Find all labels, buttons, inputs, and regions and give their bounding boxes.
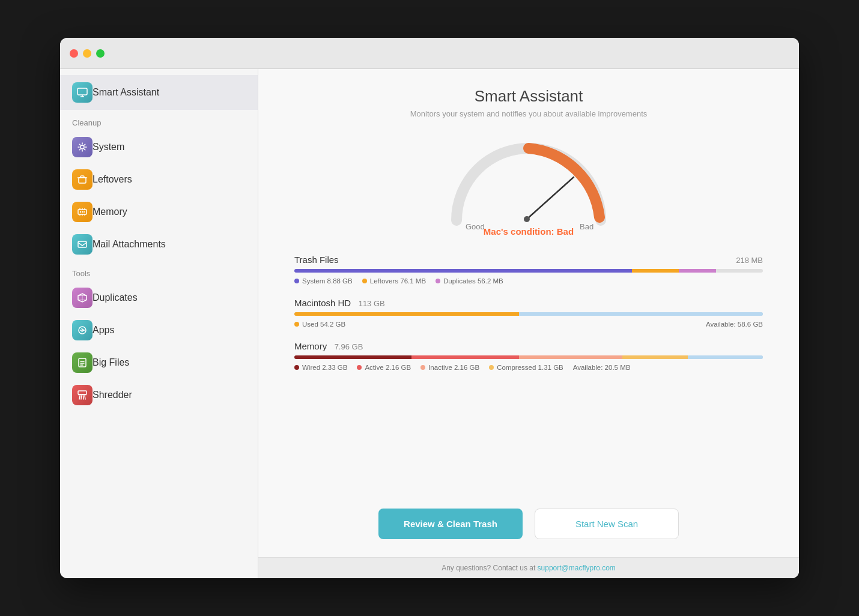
memory-bar [294, 355, 763, 359]
sidebar-item-shredder[interactable]: Shredder [60, 379, 258, 411]
condition-value: Bad [557, 226, 574, 237]
memory-header: Memory 7.96 GB [294, 341, 763, 352]
memory-compressed-segment [622, 355, 688, 359]
app-window: Smart Assistant Cleanup System [60, 38, 799, 578]
legend-wired-dot [294, 365, 299, 370]
svg-rect-28 [78, 391, 87, 394]
legend-system: System 8.88 GB [294, 277, 353, 285]
legend-leftovers: Leftovers 76.1 MB [362, 277, 426, 285]
svg-line-29 [79, 396, 80, 399]
sidebar-item-mail-attachments[interactable]: Mail Attachments [60, 228, 258, 261]
svg-rect-16 [78, 241, 87, 247]
traffic-lights [70, 49, 105, 58]
legend-duplicates-dot [436, 279, 440, 283]
macintosh-hd-subtitle: 113 GB [359, 299, 385, 308]
duplicates-label: Duplicates [93, 292, 138, 303]
memory-wired-segment [294, 355, 411, 359]
sidebar-item-leftovers[interactable]: Leftovers [60, 163, 258, 196]
main-area: Smart Assistant Monitors your system and… [258, 69, 799, 578]
macintosh-hd-title: Macintosh HD [294, 298, 351, 308]
legend-available-memory-label: Available: 20.5 MB [573, 364, 631, 371]
legend-inactive: Inactive 2.16 GB [420, 364, 479, 371]
trash-files-title-group: Trash Files [294, 255, 339, 265]
apps-label: Apps [93, 325, 114, 336]
svg-rect-0 [77, 88, 87, 95]
legend-system-dot [294, 279, 299, 283]
macintosh-hd-title-group: Macintosh HD 113 GB [294, 298, 385, 309]
shredder-label: Shredder [93, 390, 132, 400]
memory-available-segment [688, 355, 763, 359]
big-files-icon [72, 352, 93, 373]
footer-text: Any questions? Contact us at [442, 564, 537, 572]
smart-assistant-label: Smart Assistant [93, 87, 159, 98]
start-new-scan-button[interactable]: Start New Scan [535, 509, 679, 539]
titlebar [60, 38, 799, 69]
leftovers-icon [72, 169, 93, 190]
trash-files-value: 218 MB [736, 256, 763, 265]
sidebar: Smart Assistant Cleanup System [60, 69, 258, 578]
svg-text:Good: Good [466, 222, 485, 231]
sidebar-item-smart-assistant[interactable]: Smart Assistant [60, 75, 258, 110]
legend-used-dot [294, 322, 299, 327]
mail-attachments-label: Mail Attachments [93, 239, 166, 250]
macintosh-hd-bar [294, 312, 763, 316]
close-button[interactable] [70, 49, 78, 58]
memory-icon [72, 202, 93, 222]
svg-rect-9 [83, 211, 85, 213]
svg-line-31 [83, 396, 84, 399]
system-icon [72, 137, 93, 157]
sidebar-item-big-files[interactable]: Big Files [60, 346, 258, 379]
sidebar-item-memory[interactable]: Memory [60, 196, 258, 228]
macintosh-hd-legend: Used 54.2 GB Available: 58.6 GB [294, 321, 763, 328]
hd-available-segment [519, 312, 763, 316]
legend-leftovers-label: Leftovers 76.1 MB [370, 277, 426, 285]
legend-available-hd-label: Available: 58.6 GB [706, 321, 763, 328]
maximize-button[interactable] [96, 49, 105, 58]
legend-active-label: Active 2.16 GB [365, 364, 411, 371]
svg-line-30 [81, 396, 82, 399]
trash-files-bar [294, 269, 763, 273]
memory-active-segment [411, 355, 519, 359]
legend-inactive-label: Inactive 2.16 GB [428, 364, 479, 371]
trash-files-section: Trash Files 218 MB System 8.88 GB [294, 255, 763, 285]
legend-available-hd: Available: 58.6 GB [706, 321, 763, 328]
gauge-container: Good Bad Mac's condition: Bad [294, 136, 763, 237]
duplicates-icon [72, 288, 93, 308]
svg-text:Bad: Bad [580, 222, 593, 231]
buttons-area: Review & Clean Trash Start New Scan [258, 497, 799, 557]
memory-section: Memory 7.96 GB Wired 2 [294, 341, 763, 371]
page-title: Smart Assistant [294, 87, 763, 106]
content-area: Smart Assistant Monitors your system and… [258, 69, 799, 497]
review-clean-trash-button[interactable]: Review & Clean Trash [378, 509, 523, 539]
shredder-icon [72, 385, 93, 405]
footer: Any questions? Contact us at support@mac… [258, 557, 799, 578]
memory-legend: Wired 2.33 GB Active 2.16 GB Inactive 2.… [294, 364, 763, 371]
trash-leftovers-segment [632, 269, 679, 273]
macintosh-hd-section: Macintosh HD 113 GB Used 54.2 GB [294, 298, 763, 328]
legend-wired: Wired 2.33 GB [294, 364, 347, 371]
mail-icon [72, 234, 93, 255]
macintosh-hd-header: Macintosh HD 113 GB [294, 298, 763, 309]
legend-inactive-dot [420, 365, 425, 370]
condition-label: Mac's condition: [484, 226, 554, 237]
trash-duplicates-segment [679, 269, 716, 273]
svg-rect-7 [80, 211, 81, 213]
trash-files-legend: System 8.88 GB Leftovers 76.1 MB Duplica… [294, 277, 763, 285]
legend-compressed: Compressed 1.31 GB [489, 364, 563, 371]
condition-text: Mac's condition: Bad [484, 226, 574, 237]
big-files-label: Big Files [93, 357, 129, 368]
gauge-chart: Good Bad [439, 136, 619, 232]
svg-rect-24 [79, 358, 86, 367]
hd-used-segment [294, 312, 519, 316]
sidebar-item-apps[interactable]: Apps [60, 314, 258, 346]
footer-email[interactable]: support@macflypro.com [538, 564, 616, 572]
sidebar-item-system[interactable]: System [60, 131, 258, 163]
smart-assistant-icon [72, 82, 93, 103]
memory-inactive-segment [519, 355, 622, 359]
legend-compressed-label: Compressed 1.31 GB [497, 364, 563, 371]
legend-active-dot [357, 365, 362, 370]
memory-subtitle: 7.96 GB [335, 342, 363, 351]
sidebar-item-duplicates[interactable]: Duplicates [60, 282, 258, 314]
minimize-button[interactable] [83, 49, 91, 58]
legend-leftovers-dot [362, 279, 367, 283]
